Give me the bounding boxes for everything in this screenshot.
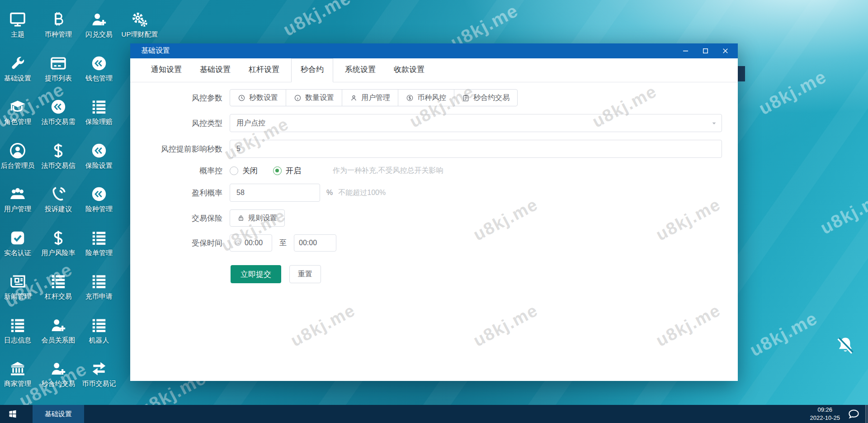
arrows-lr-icon bbox=[90, 360, 108, 377]
risk-type-select[interactable]: 用户点控 bbox=[230, 114, 722, 132]
rule-settings-label: 规则设置 bbox=[248, 214, 277, 223]
grad-cap-icon bbox=[9, 98, 26, 115]
radio-dot bbox=[273, 166, 282, 175]
desktop-icon-基础设置[interactable]: 基础设置 bbox=[0, 45, 38, 89]
insured-time-to-input[interactable]: 00:00 bbox=[294, 234, 336, 252]
desktop-icon-险种管理[interactable]: 险种管理 bbox=[79, 176, 119, 219]
taskbar-clock[interactable]: 09:26 2022-10-25 bbox=[810, 405, 840, 423]
chat-bubble-icon[interactable] bbox=[848, 408, 860, 420]
desktop-icon-label: 后台管理员 bbox=[1, 162, 35, 170]
desktop-icon-label: 商家管理 bbox=[4, 380, 31, 388]
minimize-button[interactable] bbox=[675, 43, 695, 58]
desktop-icon-保险设置[interactable]: 保险设置 bbox=[79, 132, 119, 176]
notifications-muted-icon[interactable] bbox=[835, 335, 856, 356]
show-desktop-strip[interactable] bbox=[865, 405, 868, 423]
desktop-icon-label: 险单管理 bbox=[85, 249, 113, 257]
desktop-icon-险单管理[interactable]: 险单管理 bbox=[79, 219, 119, 263]
desktop-icon-币币交易记[interactable]: 币币交易记 bbox=[79, 350, 119, 394]
reset-button[interactable]: 重置 bbox=[289, 265, 321, 283]
risk-param-button-数量设置[interactable]: 数量设置 bbox=[286, 89, 342, 106]
desktop-icon-label: 保险理赔 bbox=[85, 118, 113, 126]
desktop-icon-日志信息[interactable]: 日志信息 bbox=[0, 307, 38, 351]
submit-button[interactable]: 立即提交 bbox=[231, 265, 281, 283]
taskbar-item-settings[interactable]: 基础设置 bbox=[33, 405, 84, 423]
desktop-icon-法币交易需[interactable]: 法币交易需 bbox=[38, 88, 79, 132]
risk-param-button-label: 币种风控 bbox=[417, 93, 446, 103]
insured-time-from-input[interactable]: 00:00 bbox=[230, 234, 272, 252]
desktop-icon-保险理赔[interactable]: 保险理赔 bbox=[79, 88, 119, 132]
desktop-icon-会员关系图[interactable]: 会员关系图 bbox=[38, 307, 79, 351]
rule-settings-button[interactable]: 规则设置 bbox=[230, 209, 285, 227]
desktop-icon-角色管理[interactable]: 角色管理 bbox=[0, 88, 38, 132]
list-icon bbox=[50, 273, 67, 290]
risk-params-label: 风控参数 bbox=[130, 93, 230, 103]
radio-label: 开启 bbox=[286, 166, 301, 176]
tab-通知设置[interactable]: 通知设置 bbox=[145, 64, 188, 82]
maximize-icon bbox=[701, 47, 710, 55]
desktop-icon-label: 主题 bbox=[11, 31, 24, 38]
tab-秒合约[interactable]: 秒合约 bbox=[291, 58, 333, 82]
desktop-icon-label: 用户风险率 bbox=[42, 249, 75, 257]
tab-收款设置[interactable]: 收款设置 bbox=[387, 64, 431, 82]
list-icon bbox=[9, 317, 26, 334]
trade-insurance-label: 交易保险 bbox=[130, 213, 230, 223]
desktop-icon-主题[interactable]: 主题 bbox=[0, 1, 38, 45]
desktop-icon-用户管理[interactable]: 用户管理 bbox=[0, 176, 38, 219]
desktop-icon-闪兑交易[interactable]: 闪兑交易 bbox=[79, 1, 119, 45]
maximize-button[interactable] bbox=[695, 43, 715, 58]
tab-基础设置[interactable]: 基础设置 bbox=[193, 64, 237, 82]
profit-probability-input[interactable] bbox=[230, 184, 320, 202]
tab-bar: 通知设置基础设置杠杆设置秒合约系统设置收款设置 bbox=[130, 58, 738, 82]
window-title: 基础设置 bbox=[130, 46, 675, 56]
radio-开启[interactable]: 开启 bbox=[273, 166, 301, 176]
tab-杠杆设置[interactable]: 杠杆设置 bbox=[242, 64, 286, 82]
card-icon bbox=[50, 55, 67, 72]
desktop-icon-label: 币币交易记 bbox=[82, 380, 116, 388]
start-button[interactable] bbox=[0, 405, 25, 423]
risk-params-row: 风控参数 秒数设置数量设置用户管理币种风控秒合约交易 bbox=[130, 89, 738, 106]
dollar-circle-icon bbox=[406, 94, 414, 102]
user-plus-icon bbox=[50, 317, 67, 334]
desktop-icon-充币申请[interactable]: 充币申请 bbox=[79, 263, 119, 307]
desktop-icon-商家管理[interactable]: 商家管理 bbox=[0, 350, 38, 394]
desktop-icon-秒合约交易[interactable]: 秒合约交易 bbox=[38, 350, 79, 394]
desktop-icon-用户风险率[interactable]: 用户风险率 bbox=[38, 219, 79, 263]
risk-param-button-币种风控[interactable]: 币种风控 bbox=[398, 89, 454, 106]
close-button[interactable] bbox=[715, 43, 735, 58]
desktop-icon-实名认证[interactable]: 实名认证 bbox=[0, 219, 38, 263]
advance-seconds-input[interactable] bbox=[230, 140, 722, 158]
desktop: 主题币种管理闪兑交易UP理财配置基础设置提币列表钱包管理UP角色管理法币交易需保… bbox=[0, 0, 868, 405]
radio-关闭[interactable]: 关闭 bbox=[230, 166, 258, 176]
risk-param-button-用户管理[interactable]: 用户管理 bbox=[342, 89, 398, 106]
desktop-icon-label: 会员关系图 bbox=[42, 337, 75, 344]
watermark: u8kj.me bbox=[288, 300, 359, 351]
trade-insurance-row: 交易保险 规则设置 bbox=[130, 209, 738, 227]
bitcoin-icon bbox=[50, 11, 67, 28]
watermark: u8kj.me bbox=[470, 300, 542, 351]
desktop-icon-币种管理[interactable]: 币种管理 bbox=[38, 1, 79, 45]
desktop-icon-后台管理员[interactable]: 后台管理员 bbox=[0, 132, 38, 176]
risk-param-button-秒合约交易[interactable]: 秒合约交易 bbox=[454, 89, 518, 106]
desktop-icon-提币列表[interactable]: 提币列表 bbox=[38, 45, 79, 89]
profit-probability-row: 盈利概率 % 不能超过100% bbox=[130, 184, 738, 202]
desktop-icon-投诉建议[interactable]: 投诉建议 bbox=[38, 176, 79, 219]
desktop-icon-杠杆交易[interactable]: 杠杆交易 bbox=[38, 263, 79, 307]
desktop-icon-label: 险种管理 bbox=[85, 205, 113, 213]
desktop-icon-钱包管理[interactable]: 钱包管理 bbox=[79, 45, 119, 89]
close-icon bbox=[721, 47, 730, 55]
tab-系统设置[interactable]: 系统设置 bbox=[339, 64, 382, 82]
risk-type-value: 用户点控 bbox=[236, 119, 265, 128]
risk-param-button-秒数设置[interactable]: 秒数设置 bbox=[230, 89, 286, 106]
info-icon bbox=[294, 94, 302, 102]
desktop-icon-UP理财配置[interactable]: UP理财配置 bbox=[119, 1, 160, 45]
user-plus-icon bbox=[50, 360, 67, 377]
form-actions-row: 立即提交 重置 bbox=[130, 265, 738, 283]
desktop-icon-label: 用户管理 bbox=[4, 205, 31, 213]
risk-params-button-group: 秒数设置数量设置用户管理币种风控秒合约交易 bbox=[230, 89, 518, 106]
desktop-icon-法币交易信[interactable]: 法币交易信 bbox=[38, 132, 79, 176]
window-titlebar[interactable]: 基础设置 bbox=[130, 43, 738, 58]
lock-icon bbox=[237, 214, 245, 222]
desktop-icon-新闻管理[interactable]: 新闻管理 bbox=[0, 263, 38, 307]
desktop-icon-机器人[interactable]: 机器人 bbox=[79, 307, 119, 351]
radio-label: 关闭 bbox=[242, 166, 258, 176]
